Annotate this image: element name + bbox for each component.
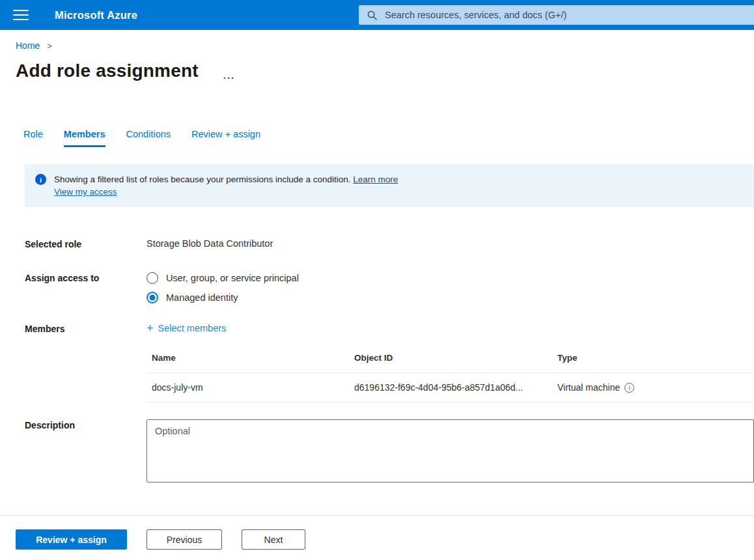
learn-more-link[interactable]: Learn more [353, 175, 398, 184]
radio-user-group-service-principal[interactable]: User, group, or service principal [147, 272, 754, 284]
assign-access-radio-group: User, group, or service principal Manage… [147, 272, 754, 303]
info-icon: i [35, 174, 46, 185]
radio-option-label: User, group, or service principal [166, 273, 299, 283]
select-members-label: Select members [158, 323, 227, 333]
footer-bar: Review + assign Previous Next [0, 515, 754, 550]
plus-icon: + [147, 324, 154, 333]
column-header-name: Name [147, 353, 349, 373]
member-name-cell: docs-july-vm [147, 373, 349, 402]
select-members-link[interactable]: + Select members [147, 323, 226, 333]
radio-selected-icon[interactable] [147, 292, 158, 303]
page-title: Add role assignment [16, 59, 199, 83]
tab-bar: Role Members Conditions Review + assign [23, 129, 754, 147]
more-options-ellipsis-icon[interactable]: ... [223, 70, 236, 81]
search-input[interactable] [384, 9, 754, 21]
table-row[interactable]: docs-july-vm d6196132-f69c-4d04-95b6-a85… [147, 373, 754, 402]
banner-message: Showing a filtered list of roles because… [54, 175, 351, 184]
tab-members[interactable]: Members [64, 129, 105, 147]
member-type-cell: Virtual machine [557, 382, 620, 393]
tab-review-assign[interactable]: Review + assign [191, 129, 260, 147]
description-label: Description [25, 419, 147, 430]
column-header-type: Type [552, 353, 754, 373]
search-icon [367, 10, 377, 20]
description-textarea[interactable] [147, 419, 754, 483]
app-title: Microsoft Azure [55, 9, 137, 21]
breadcrumb-home-link[interactable]: Home [16, 40, 40, 51]
type-info-icon[interactable]: i [624, 383, 634, 393]
assign-access-to-label: Assign access to [25, 272, 147, 283]
breadcrumb-chevron-icon: > [47, 41, 52, 51]
member-object-id-cell: d6196132-f69c-4d04-95b6-a857d1a06d... [349, 373, 552, 402]
breadcrumb: Home > [16, 40, 754, 51]
previous-button[interactable]: Previous [147, 529, 222, 550]
members-table: Name Object ID Type docs-july-vm d619613… [147, 353, 754, 402]
tab-role[interactable]: Role [23, 129, 43, 147]
radio-option-label: Managed identity [166, 292, 238, 303]
review-assign-button[interactable]: Review + assign [16, 529, 127, 550]
radio-managed-identity[interactable]: Managed identity [147, 292, 754, 303]
radio-unselected-icon[interactable] [147, 272, 158, 284]
tab-conditions[interactable]: Conditions [126, 129, 171, 147]
role-assignment-form: Selected role Storage Blob Data Contribu… [25, 238, 754, 483]
info-banner: i Showing a filtered list of roles becau… [25, 164, 754, 207]
hamburger-menu-icon[interactable] [13, 7, 29, 23]
column-header-object-id: Object ID [349, 353, 552, 373]
selected-role-value: Storage Blob Data Contributor [147, 238, 754, 249]
global-search[interactable] [359, 5, 754, 25]
selected-role-label: Selected role [25, 238, 147, 249]
view-my-access-link[interactable]: View my access [54, 186, 117, 198]
members-label: Members [25, 323, 147, 334]
top-bar: Microsoft Azure [0, 0, 754, 30]
next-button[interactable]: Next [242, 529, 305, 550]
